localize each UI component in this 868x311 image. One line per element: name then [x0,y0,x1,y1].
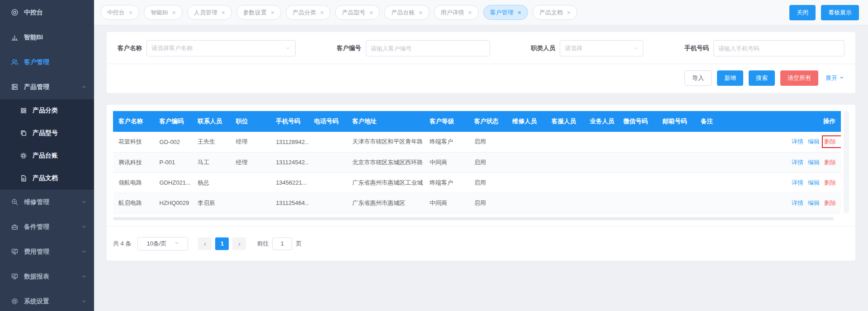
detail-link[interactable]: 详情 [792,200,803,206]
tab-close-icon[interactable]: × [518,9,521,16]
tab-product-doc[interactable]: 产品文档× [533,5,577,20]
sidebar-item-customer[interactable]: 客户管理 [0,50,94,74]
vertical-scrollbar[interactable] [844,111,849,214]
staff-type-select[interactable]: 请选择 [560,40,643,56]
sidebar-subitem-label: 产品型号 [33,129,87,137]
edit-link[interactable]: 编辑 [808,159,820,166]
page-1-button[interactable]: 1 [215,237,229,250]
cell [546,132,585,152]
sidebar-item-settings[interactable]: 系统设置 [0,289,94,311]
sidebar-item-bi[interactable]: 智能BI [0,25,94,50]
sidebar-subitem-product-category[interactable]: 产品分类 [0,99,94,122]
console-icon [11,9,19,16]
customer-name-select[interactable]: 请选择客户名称 [146,40,296,56]
tab-close-icon[interactable]: × [468,9,472,16]
sidebar-item-expense[interactable]: 费用管理 [0,239,94,264]
tab-product-category[interactable]: 产品分类× [286,5,330,20]
close-button[interactable]: 关闭 [789,5,816,20]
disable-link[interactable]: 禁用 [840,179,841,186]
goto-page-input[interactable] [272,237,292,250]
cell [584,172,618,193]
tab-close-icon[interactable]: × [320,9,324,16]
horizontal-scrollbar[interactable] [113,217,841,220]
detail-link[interactable]: 详情 [792,179,803,186]
disable-link[interactable]: 禁用 [840,138,841,145]
expand-toggle[interactable]: 展开 [826,74,844,82]
tab-close-icon[interactable]: × [129,9,132,16]
cell [309,193,347,213]
chevron-down-icon [81,298,87,304]
tab-product-model[interactable]: 产品型号× [335,5,380,20]
chevron-down-icon [285,46,291,51]
customer-code-input[interactable] [366,40,490,56]
tab-close-icon[interactable]: × [271,9,274,16]
sidebar-item-report[interactable]: 数据报表 [0,264,94,289]
edit-link[interactable]: 编辑 [808,179,820,186]
page-size-select[interactable]: 10条/页 [137,237,188,251]
sidebar-item-console[interactable]: 中控台 [0,0,94,25]
tab-customer[interactable]: 客户管理× [483,5,528,20]
tab-close-icon[interactable]: × [172,9,175,16]
sidebar-item-product[interactable]: 产品管理 [0,74,94,99]
column-header: 微信号码 [618,111,657,132]
delete-link[interactable]: 删除 [824,200,836,206]
detail-link[interactable]: 详情 [792,138,803,145]
mobile-input[interactable] [713,40,844,56]
cell [584,152,618,172]
sidebar-item-repair[interactable]: 维修管理 [0,190,94,214]
cell [657,172,695,193]
edit-link[interactable]: 编辑 [808,200,820,206]
sidebar-subitem-product-model[interactable]: 产品型号 [0,122,94,144]
add-button[interactable]: 新增 [717,70,743,86]
dashboard-display-button[interactable]: 看板展示 [821,5,859,20]
tab-label: 产品文档 [539,9,563,17]
cell [546,193,585,213]
tab-bi[interactable]: 智能BI× [144,5,182,20]
pagination: 共 4 条 10条/页 ‹ 1 › 前往 [113,237,849,251]
tab-product-ledger[interactable]: 产品台账× [384,5,429,20]
tab-label: 用户详情 [441,9,464,17]
tab-close-icon[interactable]: × [419,9,422,16]
magnifier-icon [11,198,19,206]
sidebar-item-label: 费用管理 [24,248,75,256]
edit-link[interactable]: 编辑 [808,138,820,145]
horizontal-scrollbar-thumb[interactable] [113,217,834,220]
tab-staff[interactable]: 人员管理× [187,5,232,20]
search-button[interactable]: 搜索 [749,70,775,86]
cell [618,172,657,193]
disable-link[interactable]: 禁用 [840,159,841,166]
tab-label: 人员管理 [194,9,217,17]
tab-close-icon[interactable]: × [222,9,225,16]
cell [584,132,618,152]
tab-close-icon[interactable]: × [567,9,571,16]
tab-close-icon[interactable]: × [369,9,373,16]
delete-link[interactable]: 删除 [824,159,836,166]
cell: 广东省惠州市惠城区工业城 [347,172,424,193]
tab-console[interactable]: 中控台× [100,5,139,20]
cell: 李启辰 [192,193,231,213]
content-area: 客户名称请选择客户名称客户编号职类人员请选择手机号码 导入 新增 搜索 清空所有… [94,25,868,311]
import-button[interactable]: 导入 [684,70,712,86]
table-row: 花篮科技GD-002王先生经理131128942...天津市市辖区和平区青年路终… [113,132,841,152]
prev-page-button[interactable]: ‹ [198,237,212,250]
cell: 航启电路 [113,193,154,213]
goto-page: 前往 页 [257,237,302,250]
delete-link[interactable]: 删除 [824,138,836,145]
cell: 终端客户 [424,132,469,152]
clear-all-button[interactable]: 清空所有 [780,70,818,86]
disable-link[interactable]: 禁用 [840,200,841,206]
detail-link[interactable]: 详情 [792,159,803,166]
tab-params[interactable]: 参数设置× [236,5,281,20]
chevron-down-icon [81,274,87,279]
tab-user-detail[interactable]: 用户详情× [434,5,479,20]
cell: 领航电路 [113,172,154,193]
sidebar-subitem-product-ledger[interactable]: 产品台账 [0,144,94,167]
cell: 经理 [231,152,271,172]
sidebar-subitem-product-doc[interactable]: 产品文档 [0,167,94,190]
sidebar-item-spare[interactable]: 备件管理 [0,214,94,239]
cell [507,152,546,172]
filter-card: 客户名称请选择客户名称客户编号职类人员请选择手机号码 导入 新增 搜索 清空所有… [107,32,855,93]
next-page-button[interactable]: › [232,237,246,250]
delete-link[interactable]: 删除 [824,179,836,186]
table-row: 腾讯科技P-001马工经理131124542...北京市市辖区东城区西环路中间商… [113,152,841,172]
